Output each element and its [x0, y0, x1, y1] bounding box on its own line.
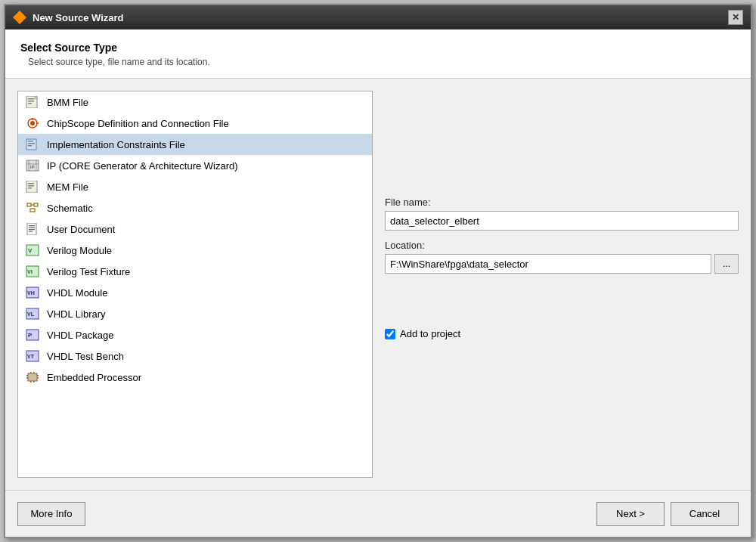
list-item-verilog[interactable]: V Verilog Module: [18, 240, 372, 261]
title-bar: New Source Wizard ✕: [5, 5, 751, 29]
chipscope-icon-svg: [26, 117, 39, 129]
list-item-vhdl-module[interactable]: VH VHDL Module: [18, 282, 372, 303]
add-to-project-row: Add to project: [385, 328, 739, 339]
next-button[interactable]: Next >: [596, 502, 665, 526]
list-item-verilog-fixture[interactable]: Vt Verilog Test Fixture: [18, 261, 372, 282]
svg-rect-3: [28, 103, 32, 104]
list-item-impl-label: Implementation Constraints File: [47, 139, 185, 150]
list-item-mem[interactable]: MEM File: [18, 176, 372, 197]
verilog-icon: V: [24, 243, 41, 257]
list-item-chipscope-label: ChipScope Definition and Connection File: [47, 118, 229, 129]
bmm-icon: [24, 95, 41, 109]
list-item-embedded[interactable]: Embedded Processor: [18, 367, 372, 388]
location-row: ...: [385, 254, 739, 274]
svg-point-6: [30, 121, 35, 125]
vhdl-testbench-icon-svg: VT: [26, 350, 39, 362]
add-to-project-label: Add to project: [400, 328, 460, 339]
svg-text:VH: VH: [27, 290, 35, 296]
svg-text:Vt: Vt: [27, 269, 33, 274]
list-item-bmm[interactable]: BMM File: [18, 91, 372, 113]
wizard-icon: [13, 11, 26, 24]
svg-rect-51: [33, 381, 35, 382]
list-item-mem-label: MEM File: [47, 181, 88, 193]
footer-left: More Info: [17, 502, 85, 526]
svg-rect-50: [30, 381, 32, 382]
svg-text:VL: VL: [27, 311, 35, 317]
svg-text:V: V: [28, 247, 33, 254]
more-info-button[interactable]: More Info: [17, 502, 85, 526]
svg-rect-2: [28, 101, 34, 102]
list-item-userdoc[interactable]: User Document: [18, 218, 372, 240]
svg-rect-1: [28, 98, 34, 100]
filename-input[interactable]: [385, 211, 739, 231]
list-item-chipscope[interactable]: ChipScope Definition and Connection File: [18, 113, 372, 134]
header-subtitle: Select source type, file name and its lo…: [28, 57, 736, 67]
verilog-fixture-icon-svg: Vt: [26, 265, 39, 277]
footer-right: Next > Cancel: [596, 502, 739, 526]
close-button[interactable]: ✕: [728, 10, 743, 25]
impl-icon: [24, 138, 41, 151]
svg-rect-46: [37, 375, 39, 376]
vhdl-testbench-icon: VT: [24, 349, 41, 363]
list-item-bmm-label: BMM File: [47, 97, 88, 108]
svg-rect-27: [29, 225, 35, 226]
svg-rect-12: [28, 145, 32, 147]
add-to-project-checkbox[interactable]: [385, 329, 395, 339]
svg-text:VT: VT: [27, 354, 35, 359]
svg-rect-18: [26, 181, 37, 193]
list-item-vhdl-testbench-label: VHDL Test Bench: [47, 351, 124, 362]
location-group: Location: ...: [385, 240, 739, 274]
dialog-window: New Source Wizard ✕ Select Source Type S…: [4, 4, 752, 538]
list-item-verilog-label: Verilog Module: [47, 245, 112, 256]
list-item-ip-label: IP (CORE Generator & Architecture Wizard…: [47, 160, 238, 172]
window-title: New Source Wizard: [33, 12, 124, 23]
list-item-vhdl-package[interactable]: P VHDL Package: [18, 324, 372, 345]
mem-icon: [24, 180, 41, 194]
chipscope-icon: [24, 116, 41, 130]
list-item-impl[interactable]: Implementation Constraints File: [18, 134, 372, 155]
userdoc-icon-svg: [26, 223, 39, 235]
svg-rect-30: [29, 231, 33, 232]
list-item-embedded-label: Embedded Processor: [47, 372, 141, 383]
list-item-vhdl-testbench[interactable]: VT VHDL Test Bench: [18, 345, 372, 367]
browse-button[interactable]: ...: [714, 254, 739, 274]
location-input[interactable]: [385, 254, 711, 274]
list-item-vhdl-package-label: VHDL Package: [47, 330, 113, 341]
verilog-icon-svg: V: [26, 244, 39, 256]
svg-text:P: P: [28, 332, 33, 339]
svg-rect-49: [33, 372, 35, 373]
embedded-icon-svg: [26, 371, 39, 383]
title-bar-left: New Source Wizard: [13, 11, 124, 24]
filename-label: File name:: [385, 197, 739, 208]
vhdl-library-icon-svg: VL: [26, 308, 39, 320]
vhdl-module-icon: VH: [24, 286, 41, 299]
svg-rect-45: [26, 377, 28, 379]
list-item-userdoc-label: User Document: [47, 224, 115, 235]
svg-text:IP: IP: [30, 165, 35, 169]
svg-rect-29: [29, 229, 35, 230]
cancel-button[interactable]: Cancel: [671, 502, 739, 526]
list-item-vhdl-library-label: VHDL Library: [47, 308, 106, 320]
schematic-icon-svg: [26, 202, 39, 214]
embedded-icon: [24, 370, 41, 384]
svg-rect-11: [28, 143, 35, 144]
list-item-schematic[interactable]: Schematic: [18, 197, 372, 218]
vhdl-library-icon: VL: [24, 307, 41, 321]
header-title: Select Source Type: [20, 42, 736, 54]
source-type-list[interactable]: BMM File ChipScope Definition and Connec…: [17, 91, 373, 478]
schematic-icon: [24, 201, 41, 215]
svg-rect-44: [26, 375, 28, 376]
svg-rect-19: [28, 183, 34, 184]
right-panel: File name: Location: ... Add to project: [385, 91, 739, 478]
vhdl-package-icon-svg: P: [26, 329, 39, 341]
location-label: Location:: [385, 240, 739, 251]
svg-rect-23: [34, 203, 38, 206]
filename-group: File name:: [385, 197, 739, 231]
bmm-icon-svg: [26, 96, 39, 108]
svg-rect-28: [29, 228, 35, 228]
list-item-vhdl-library[interactable]: VL VHDL Library: [18, 303, 372, 324]
verilog-fixture-icon: Vt: [24, 265, 41, 278]
svg-rect-47: [37, 377, 39, 379]
dialog-content: BMM File ChipScope Definition and Connec…: [5, 79, 751, 490]
list-item-ip[interactable]: IP IP (CORE Generator & Architecture Wiz…: [18, 155, 372, 176]
